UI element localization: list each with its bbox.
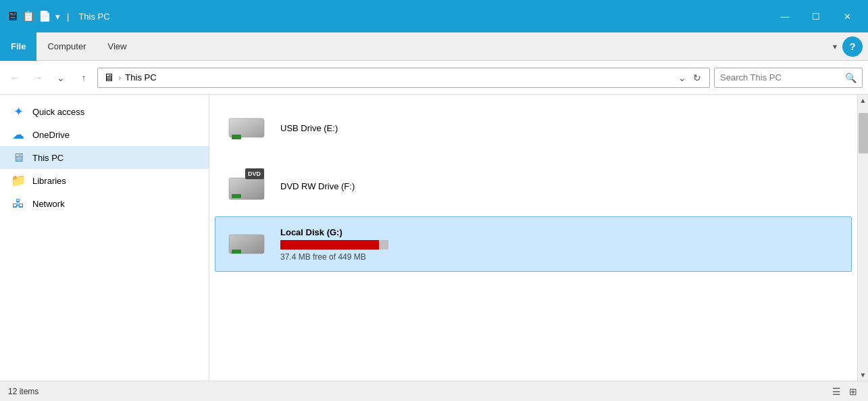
drive-dvd-f[interactable]: DVD DVD RW Drive (F:) [215, 158, 852, 214]
title-separator: ▾ [55, 11, 60, 22]
scroll-thumb[interactable] [859, 113, 868, 154]
sidebar: ✦ Quick access ☁ OneDrive 🖥 This PC 📁 Li… [0, 95, 209, 381]
title-bar-icons: 🖥 📋 📄 ▾ | [5, 11, 72, 22]
hdd-drive-icon [226, 229, 270, 259]
title-bar: 🖥 📋 📄 ▾ | This PC — ☐ ✕ [0, 0, 868, 32]
scrollbar: ▲ ▼ [857, 95, 868, 381]
item-count: 12 items [8, 387, 39, 396]
address-pc-icon: 🖥 [103, 72, 114, 84]
sidebar-label-network: Network [32, 199, 65, 209]
address-bar: ← → ⌄ ↑ 🖥 › This PC ⌄ ↻ 🔍 [0, 61, 868, 95]
sidebar-item-onedrive[interactable]: ☁ OneDrive [0, 123, 209, 146]
cloud-icon: ☁ [11, 127, 26, 142]
address-refresh-button[interactable]: ↻ [690, 71, 704, 85]
sidebar-item-quick-access[interactable]: ✦ Quick access [0, 100, 209, 123]
main-layout: ✦ Quick access ☁ OneDrive 🖥 This PC 📁 Li… [0, 95, 868, 381]
title-divider: | [67, 11, 69, 22]
clipboard-icon: 📄 [38, 11, 51, 22]
pc-icon: 🖥 [11, 150, 26, 165]
tab-computer[interactable]: Computer [36, 32, 97, 61]
tab-file[interactable]: File [0, 32, 36, 61]
ribbon-chevron-icon[interactable]: ▾ [833, 42, 837, 51]
monitor-icon: 🖥 [5, 11, 19, 22]
details-view-button[interactable]: ☰ [829, 385, 844, 398]
view-controls: ☰ ⊞ [829, 385, 860, 398]
dvd-drive-icon: DVD [226, 167, 270, 205]
star-icon: ✦ [11, 104, 26, 119]
hdd-drive-icon-area [226, 225, 270, 263]
back-button[interactable]: ← [5, 68, 24, 87]
scroll-up-arrow[interactable]: ▲ [858, 95, 869, 106]
content-area: USB Drive (E:) DVD [209, 95, 857, 381]
lib-icon: 📁 [11, 173, 26, 188]
search-input[interactable] [720, 72, 845, 82]
drive-usb-e[interactable]: USB Drive (E:) [215, 100, 852, 156]
usb-drive-icon [226, 113, 270, 143]
svg-text:DVD: DVD [248, 170, 261, 177]
search-box[interactable]: 🔍 [714, 68, 863, 88]
window-controls: — ☐ ✕ [769, 0, 863, 32]
forward-button[interactable]: → [28, 68, 47, 87]
drive-local-g[interactable]: Local Disk (G:) 37.4 MB free of 449 MB [215, 216, 852, 272]
svg-rect-7 [232, 250, 241, 254]
window-title: This PC [78, 11, 109, 22]
svg-rect-0 [229, 118, 264, 137]
scroll-track[interactable] [858, 106, 868, 369]
help-button[interactable]: ? [842, 37, 863, 57]
address-path: This PC [125, 72, 156, 82]
dvd-drive-name: DVD RW Drive (F:) [280, 181, 355, 191]
hdd-bar-container [280, 240, 388, 250]
address-box[interactable]: 🖥 › This PC ⌄ ↻ [97, 68, 710, 88]
usb-drive-icon-area [226, 109, 270, 147]
address-actions: ⌄ ↻ [675, 71, 704, 85]
sidebar-label-onedrive: OneDrive [32, 130, 70, 140]
sidebar-item-this-pc[interactable]: 🖥 This PC [0, 146, 209, 169]
address-chevron: › [118, 72, 121, 82]
recent-button[interactable]: ⌄ [51, 68, 70, 87]
usb-drive-info: USB Drive (E:) [280, 123, 338, 133]
tab-view[interactable]: View [97, 32, 137, 61]
maximize-button[interactable]: ☐ [800, 0, 832, 32]
hdd-bar [280, 240, 379, 250]
hdd-free-text: 37.4 MB free of 449 MB [280, 252, 388, 262]
pin-icon: 📋 [22, 11, 35, 22]
up-button[interactable]: ↑ [74, 68, 93, 87]
usb-drive-name: USB Drive (E:) [280, 123, 338, 133]
hdd-drive-name: Local Disk (G:) [280, 227, 388, 237]
large-icons-view-button[interactable]: ⊞ [846, 385, 860, 398]
sidebar-item-network[interactable]: 🖧 Network [0, 192, 209, 215]
close-button[interactable]: ✕ [832, 0, 863, 32]
minimize-button[interactable]: — [769, 0, 800, 32]
status-bar: 12 items ☰ ⊞ [0, 381, 868, 401]
net-icon: 🖧 [11, 196, 26, 211]
dvd-drive-icon-area: DVD [226, 167, 270, 205]
hdd-drive-info: Local Disk (G:) 37.4 MB free of 449 MB [280, 227, 388, 262]
svg-rect-1 [232, 135, 241, 139]
svg-rect-3 [232, 194, 241, 198]
sidebar-label-libraries: Libraries [32, 176, 66, 186]
ribbon: File Computer View ▾ ? [0, 32, 868, 61]
sidebar-label-quick-access: Quick access [32, 107, 84, 117]
sidebar-label-this-pc: This PC [32, 153, 63, 163]
dvd-drive-info: DVD RW Drive (F:) [280, 181, 355, 191]
scroll-down-arrow[interactable]: ▼ [858, 369, 869, 381]
address-dropdown-button[interactable]: ⌄ [675, 71, 689, 85]
search-icon: 🔍 [845, 72, 857, 83]
sidebar-item-libraries[interactable]: 📁 Libraries [0, 169, 209, 192]
